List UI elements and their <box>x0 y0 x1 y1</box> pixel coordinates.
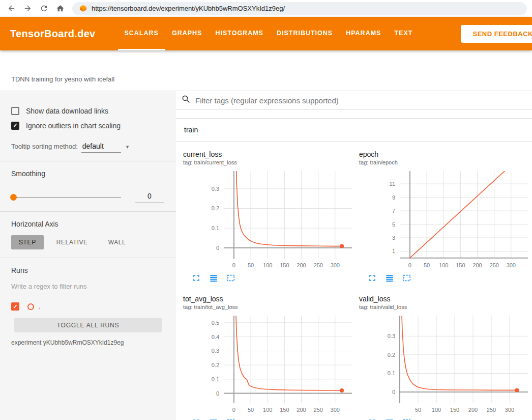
chart-tag: tag: train/epoch <box>359 159 532 166</box>
svg-text:50: 50 <box>248 407 254 413</box>
tab-histograms[interactable]: HISTOGRAMS <box>209 17 270 50</box>
divider <box>0 211 176 212</box>
fit-domain-icon[interactable] <box>226 273 236 283</box>
chart-plot[interactable]: 0501001502002503001357911 <box>359 169 532 271</box>
chart-toolbar <box>367 417 532 420</box>
tensorboard-favicon-icon <box>79 5 87 12</box>
chart-toolbar <box>191 273 359 283</box>
tab-hparams[interactable]: HPARAMS <box>339 17 388 50</box>
back-icon[interactable] <box>5 3 17 15</box>
checkbox-unchecked-icon[interactable] <box>11 107 19 115</box>
runs-label: Runs <box>11 266 164 274</box>
check-glyph: ✓ <box>13 123 17 128</box>
tooltip-sorting-label: Tooltip sorting method: <box>11 143 78 150</box>
toggle-y-axis-icon[interactable] <box>209 273 219 283</box>
axis-wall-button[interactable]: WALL <box>101 235 134 249</box>
expand-chart-icon[interactable] <box>367 417 377 420</box>
tag-filter[interactable]: Filter tags (regular expressions support… <box>176 91 532 110</box>
svg-text:5: 5 <box>392 221 395 228</box>
svg-text:0: 0 <box>216 390 219 397</box>
top-navigation: SCALARS GRAPHS HISTOGRAMS DISTRIBUTIONS … <box>118 17 420 50</box>
chart-plot[interactable]: 05010015020025030000.10.20.30.40.5 <box>183 313 359 415</box>
chart-title: epoch <box>359 150 532 159</box>
svg-text:0.2: 0.2 <box>212 362 219 368</box>
address-bar[interactable]: https://tensorboard.dev/experiment/yKUbh… <box>72 2 527 15</box>
chart-title: tot_avg_loss <box>183 294 359 303</box>
fit-domain-icon[interactable] <box>226 417 236 420</box>
toggle-y-axis-icon[interactable] <box>385 273 395 283</box>
toggle-y-axis-icon[interactable] <box>385 417 395 420</box>
app-header: TensorBoard.dev SCALARS GRAPHS HISTOGRAM… <box>0 17 532 50</box>
forward-icon[interactable] <box>21 3 34 15</box>
chart-title: current_loss <box>183 150 359 159</box>
chart-tag: tag: train/current_loss <box>183 159 359 166</box>
content-region: Show data download links ✓ Ignore outlie… <box>0 91 532 420</box>
svg-text:3: 3 <box>392 235 395 241</box>
chart-card-tot-avg-loss: tot_avg_loss tag: train/tot_avg_loss 050… <box>183 294 359 420</box>
svg-text:100: 100 <box>263 407 272 413</box>
axis-step-button[interactable]: STEP <box>11 235 44 249</box>
svg-text:100: 100 <box>263 262 272 268</box>
svg-text:300: 300 <box>331 407 340 413</box>
svg-text:150: 150 <box>450 407 459 413</box>
smoothing-value-input[interactable]: 0 <box>135 192 164 203</box>
expand-chart-icon[interactable] <box>367 273 377 283</box>
tab-text[interactable]: TEXT <box>388 17 419 50</box>
chart-toolbar <box>191 417 359 420</box>
fit-domain-icon[interactable] <box>402 273 412 283</box>
svg-text:50: 50 <box>248 262 254 268</box>
expand-chart-icon[interactable] <box>191 273 201 283</box>
chart-title: valid_loss <box>359 294 532 303</box>
expand-chart-icon[interactable] <box>191 417 201 420</box>
run-checkbox[interactable]: ✓ <box>11 302 19 311</box>
tooltip-sorting-row: Tooltip sorting method: default ▾ <box>11 142 164 153</box>
run-color-swatch <box>27 303 34 310</box>
brand-title: TensorBoard.dev <box>10 28 96 40</box>
svg-text:200: 200 <box>468 407 478 413</box>
toggle-all-runs-button[interactable]: TOGGLE ALL RUNS <box>14 318 162 332</box>
tab-scalars[interactable]: SCALARS <box>118 17 165 50</box>
tensorboard-page: https://tensorboard.dev/experiment/yKUbh… <box>0 0 532 420</box>
experiment-id-caption: experiment yKUbhb5wRmOSXYkId1z9eg <box>11 339 164 346</box>
fit-domain-icon[interactable] <box>402 417 412 420</box>
slider-handle[interactable] <box>10 194 17 201</box>
tooltip-sorting-select[interactable]: default <box>81 142 121 153</box>
tab-graphs[interactable]: GRAPHS <box>165 17 209 50</box>
home-icon[interactable] <box>54 3 66 15</box>
svg-text:0.2: 0.2 <box>388 352 395 358</box>
search-icon <box>181 94 191 106</box>
chart-tag: tag: train/valid_loss <box>359 303 532 311</box>
reload-icon[interactable] <box>38 3 50 15</box>
ignore-outliers-row[interactable]: ✓ Ignore outliers in chart scaling <box>11 118 164 133</box>
axis-relative-button[interactable]: RELATIVE <box>49 235 96 249</box>
run-row[interactable]: ✓ . <box>11 302 164 311</box>
svg-text:0.3: 0.3 <box>212 348 219 354</box>
horizontal-axis-buttons: STEP RELATIVE WALL <box>11 235 164 249</box>
smoothing-slider[interactable] <box>11 197 121 198</box>
svg-text:0.5: 0.5 <box>212 320 219 326</box>
tab-distributions[interactable]: DISTRIBUTIONS <box>270 17 339 50</box>
send-feedback-button[interactable]: SEND FEEDBACK <box>461 25 532 43</box>
svg-text:0: 0 <box>216 245 219 251</box>
toggle-y-axis-icon[interactable] <box>209 417 219 420</box>
chart-plot[interactable]: 5010015020025030000.10.20.3 <box>359 313 532 415</box>
svg-text:100: 100 <box>432 407 441 413</box>
browser-toolbar: https://tensorboard.dev/experiment/yKUbh… <box>0 0 532 17</box>
tag-group-title[interactable]: train <box>176 119 532 142</box>
runs-filter-input[interactable]: Write a regex to filter runs <box>11 283 164 294</box>
svg-text:0.1: 0.1 <box>212 225 219 231</box>
svg-text:0.3: 0.3 <box>388 333 395 339</box>
show-download-links-row[interactable]: Show data download links <box>11 103 164 118</box>
svg-text:0.4: 0.4 <box>212 334 219 340</box>
run-name: . <box>39 303 40 310</box>
chart-plot[interactable]: 05010015020025030000.10.20.3 <box>183 169 359 271</box>
ignore-outliers-label: Ignore outliers in chart scaling <box>26 122 121 130</box>
dropdown-arrow-icon[interactable]: ▾ <box>126 144 129 150</box>
url-text[interactable]: https://tensorboard.dev/experiment/yKUbh… <box>92 5 285 12</box>
svg-text:150: 150 <box>280 262 289 268</box>
checkbox-checked-icon[interactable]: ✓ <box>11 122 19 130</box>
smoothing-label: Smoothing <box>11 170 164 178</box>
svg-text:200: 200 <box>297 407 306 413</box>
chart-card-valid-loss: valid_loss tag: train/valid_loss 5010015… <box>359 294 532 420</box>
chart-card-epoch: epoch tag: train/epoch 05010015020025030… <box>359 150 532 283</box>
